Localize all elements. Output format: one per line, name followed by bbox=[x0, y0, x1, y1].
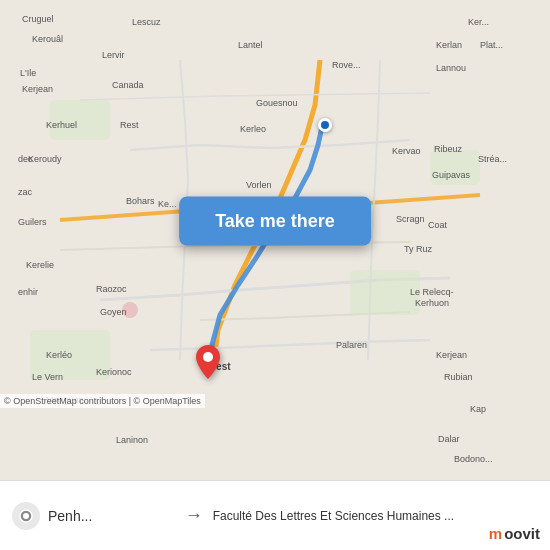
origin-text: Penh... bbox=[48, 508, 92, 524]
svg-text:Ke...: Ke... bbox=[158, 199, 177, 209]
svg-text:Kerleo: Kerleo bbox=[240, 124, 266, 134]
svg-text:Guilers: Guilers bbox=[18, 217, 47, 227]
svg-text:Kerhuel: Kerhuel bbox=[46, 120, 77, 130]
svg-text:Kerionoc: Kerionoc bbox=[96, 367, 132, 377]
svg-text:Kervao: Kervao bbox=[392, 146, 421, 156]
svg-text:Bohars: Bohars bbox=[126, 196, 155, 206]
svg-text:Kerelie: Kerelie bbox=[26, 260, 54, 270]
svg-text:Dalar: Dalar bbox=[438, 434, 460, 444]
svg-text:Rest: Rest bbox=[120, 120, 139, 130]
svg-text:Vorlen: Vorlen bbox=[246, 180, 272, 190]
destination-marker bbox=[196, 345, 220, 383]
svg-text:Le Vern: Le Vern bbox=[32, 372, 63, 382]
moovit-rest: oovit bbox=[504, 525, 540, 542]
origin-icon bbox=[12, 502, 40, 530]
svg-text:Laninon: Laninon bbox=[116, 435, 148, 445]
svg-text:enhir: enhir bbox=[18, 287, 38, 297]
svg-text:dec: dec bbox=[18, 154, 33, 164]
svg-text:Palaren: Palaren bbox=[336, 340, 367, 350]
svg-text:Lervir: Lervir bbox=[102, 50, 125, 60]
svg-text:Raozoc: Raozoc bbox=[96, 284, 127, 294]
destination-text: Faculté Des Lettres Et Sciences Humaines… bbox=[213, 509, 454, 523]
svg-text:Rove...: Rove... bbox=[332, 60, 361, 70]
svg-text:Ker...: Ker... bbox=[468, 17, 489, 27]
svg-point-59 bbox=[203, 352, 213, 362]
svg-text:Kerjean: Kerjean bbox=[436, 350, 467, 360]
svg-text:Guipavas: Guipavas bbox=[432, 170, 471, 180]
svg-text:Gouesnou: Gouesnou bbox=[256, 98, 298, 108]
svg-text:Kerlan: Kerlan bbox=[436, 40, 462, 50]
svg-text:Kap: Kap bbox=[470, 404, 486, 414]
moovit-m: m bbox=[489, 525, 502, 542]
svg-text:Stréa...: Stréa... bbox=[478, 154, 507, 164]
origin-section: Penh... bbox=[12, 502, 175, 530]
svg-text:Plat...: Plat... bbox=[480, 40, 503, 50]
map-container: Cruguel Kerouâl Lescuz Lervir L'Ile Kerj… bbox=[0, 0, 550, 480]
svg-text:Kerouâl: Kerouâl bbox=[32, 34, 63, 44]
svg-text:Kerléo: Kerléo bbox=[46, 350, 72, 360]
svg-text:Lescuz: Lescuz bbox=[132, 17, 161, 27]
svg-text:Ribeuz: Ribeuz bbox=[434, 144, 463, 154]
bottom-bar: Penh... → Faculté Des Lettres Et Science… bbox=[0, 480, 550, 550]
arrow-icon: → bbox=[185, 505, 203, 526]
svg-text:zac: zac bbox=[18, 187, 33, 197]
svg-text:Coat: Coat bbox=[428, 220, 448, 230]
svg-text:Kerjean: Kerjean bbox=[22, 84, 53, 94]
destination-section: Faculté Des Lettres Et Sciences Humaines… bbox=[213, 506, 538, 525]
moovit-logo: moovit bbox=[489, 525, 540, 542]
svg-text:Rubian: Rubian bbox=[444, 372, 473, 382]
svg-text:Bodono...: Bodono... bbox=[454, 454, 493, 464]
svg-text:Lantel: Lantel bbox=[238, 40, 263, 50]
svg-text:L'Ile: L'Ile bbox=[20, 68, 36, 78]
svg-text:Keroudy: Keroudy bbox=[28, 154, 62, 164]
svg-text:Kerhuon: Kerhuon bbox=[415, 298, 449, 308]
origin-marker bbox=[318, 118, 332, 132]
svg-point-61 bbox=[23, 513, 29, 519]
svg-text:Lannou: Lannou bbox=[436, 63, 466, 73]
svg-text:Le Relecq-: Le Relecq- bbox=[410, 287, 454, 297]
svg-text:Cruguel: Cruguel bbox=[22, 14, 54, 24]
svg-text:Ty Ruz: Ty Ruz bbox=[404, 244, 433, 254]
map-attribution: © OpenStreetMap contributors | © OpenMap… bbox=[0, 394, 205, 408]
take-me-there-button[interactable]: Take me there bbox=[179, 196, 371, 245]
svg-text:Goyen: Goyen bbox=[100, 307, 127, 317]
svg-text:Scragn: Scragn bbox=[396, 214, 425, 224]
svg-text:Canada: Canada bbox=[112, 80, 144, 90]
